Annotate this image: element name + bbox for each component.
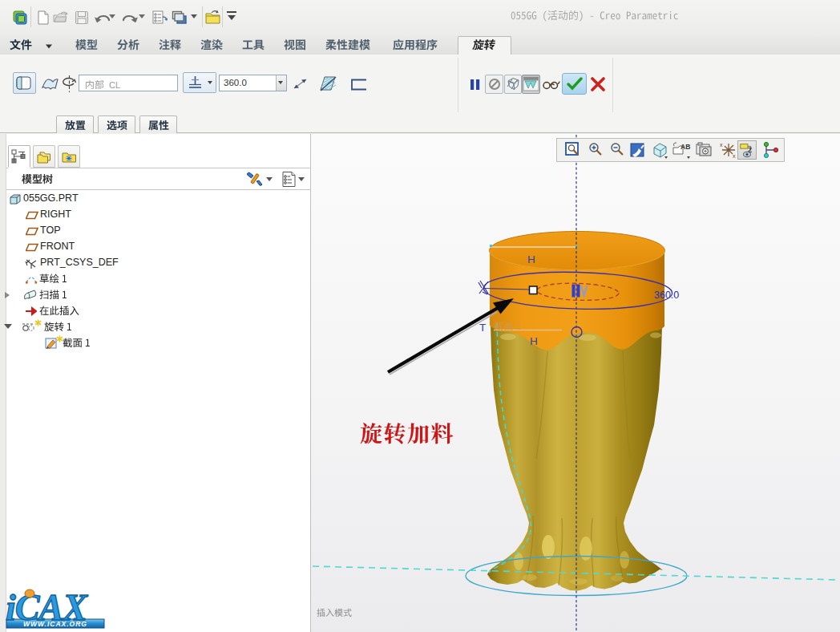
- svg-text:CL: CL: [109, 80, 120, 90]
